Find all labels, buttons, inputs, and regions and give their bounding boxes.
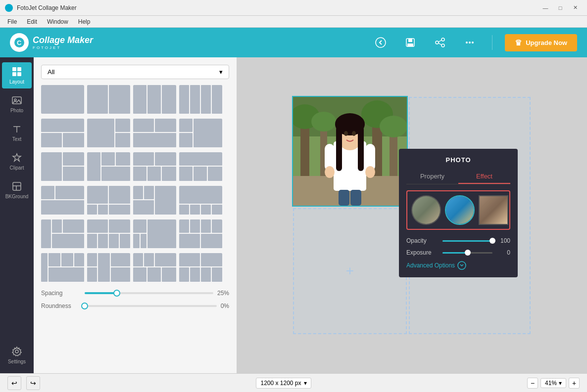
layout-item[interactable] [133, 119, 176, 149]
canvas-size-selector[interactable]: 1200 x 1200 px ▾ [256, 378, 311, 389]
sidebar-item-clipart[interactable]: Clipart [2, 148, 32, 174]
left-panel: All ▾ [34, 57, 237, 373]
svg-rect-55 [133, 152, 154, 166]
layout-filter-dropdown[interactable]: All ▾ [41, 65, 229, 79]
opacity-label: Opacity [406, 237, 439, 244]
logo: C Collage Maker FOTOJET [10, 33, 93, 52]
undo-button[interactable]: ↩ [7, 376, 21, 390]
layout-item[interactable] [179, 85, 222, 116]
svg-rect-78 [190, 205, 200, 215]
svg-rect-63 [208, 167, 222, 181]
layout-item[interactable] [133, 186, 176, 217]
svg-rect-95 [179, 219, 189, 233]
svg-rect-80 [212, 205, 222, 215]
svg-rect-46 [194, 119, 222, 147]
save-button[interactable] [400, 33, 420, 52]
layout-item[interactable] [133, 219, 176, 250]
advanced-options-icon [457, 261, 466, 270]
zoom-out-button[interactable]: − [527, 378, 538, 389]
exposure-slider[interactable] [442, 252, 492, 254]
svg-point-12 [469, 42, 471, 44]
close-button[interactable]: ✕ [568, 3, 582, 13]
zoom-in-button[interactable]: + [569, 378, 580, 389]
zoom-value-display[interactable]: 41% ▾ [540, 378, 566, 388]
sidebar-item-photo[interactable]: Photo [2, 91, 32, 117]
layout-item[interactable] [133, 152, 176, 183]
layout-item[interactable] [41, 152, 84, 183]
share-button[interactable] [430, 33, 450, 52]
svg-rect-87 [87, 234, 97, 248]
svg-rect-39 [87, 119, 114, 147]
titlebar: FotoJet Collage Maker — □ ✕ [0, 0, 587, 16]
zoom-control: − 41% ▾ + [527, 378, 580, 389]
svg-rect-105 [49, 267, 84, 282]
svg-rect-92 [147, 219, 176, 248]
more-button[interactable] [460, 33, 480, 52]
sidebar-label-text: Text [12, 136, 21, 142]
effect-thumb-2[interactable] [445, 195, 475, 225]
layout-item[interactable] [41, 85, 84, 116]
svg-rect-146 [339, 190, 349, 206]
layout-item[interactable] [133, 85, 176, 116]
layout-item[interactable] [87, 253, 130, 284]
svg-rect-40 [115, 119, 130, 132]
svg-rect-88 [98, 234, 108, 248]
roundness-value: 0% [221, 303, 229, 309]
svg-rect-45 [179, 119, 193, 132]
layout-item[interactable] [179, 152, 222, 183]
sidebar-item-bkground[interactable]: BKGround [2, 177, 32, 203]
tab-effect[interactable]: Effect [458, 170, 510, 184]
svg-rect-42 [133, 119, 154, 132]
svg-rect-50 [63, 167, 84, 181]
minimize-button[interactable]: — [538, 3, 552, 13]
layout-item[interactable] [41, 186, 84, 217]
layout-item[interactable] [41, 253, 84, 284]
svg-rect-72 [133, 186, 143, 199]
layout-item[interactable] [179, 119, 222, 149]
layout-item[interactable] [133, 253, 176, 284]
svg-rect-108 [111, 253, 130, 266]
menu-window[interactable]: Window [42, 17, 73, 26]
layout-item[interactable] [179, 186, 222, 217]
advanced-options-link[interactable]: Advanced Options [406, 261, 510, 270]
layout-item[interactable] [87, 186, 130, 217]
layout-item[interactable] [87, 119, 130, 149]
opacity-slider[interactable] [442, 240, 492, 242]
effect-thumb-3[interactable] [479, 195, 508, 225]
photo-cell-2[interactable]: + [293, 208, 407, 334]
maximize-button[interactable]: □ [553, 3, 567, 13]
back-button[interactable] [371, 33, 391, 52]
photo-cell-1[interactable] [293, 97, 407, 206]
layout-item[interactable] [179, 219, 222, 250]
svg-rect-29 [133, 85, 147, 114]
svg-rect-90 [120, 234, 130, 248]
sidebar-item-text[interactable]: Text [2, 120, 32, 146]
svg-rect-38 [63, 133, 84, 147]
svg-rect-103 [61, 253, 73, 266]
menu-edit[interactable]: Edit [22, 17, 42, 26]
svg-rect-15 [17, 67, 21, 71]
layout-item[interactable] [87, 219, 130, 250]
layout-item[interactable] [87, 85, 130, 116]
upgrade-button[interactable]: ♛ Upgrade Now [505, 34, 577, 51]
spacing-slider[interactable] [85, 292, 213, 294]
exposure-label: Exposure [406, 249, 439, 256]
menu-file[interactable]: File [2, 17, 22, 26]
layout-item[interactable] [179, 253, 222, 284]
roundness-slider[interactable] [85, 305, 217, 307]
layout-item[interactable] [87, 152, 130, 183]
layout-item[interactable] [41, 119, 84, 149]
tab-property[interactable]: Property [406, 170, 458, 184]
sidebar-item-settings[interactable]: Settings [2, 342, 32, 368]
svg-rect-56 [155, 152, 176, 166]
svg-rect-17 [17, 72, 21, 76]
layout-item[interactable] [41, 219, 84, 250]
svg-rect-98 [212, 219, 222, 233]
logo-icon: C [10, 33, 29, 52]
effect-thumb-1[interactable] [411, 195, 441, 225]
menu-help[interactable]: Help [73, 17, 96, 26]
svg-rect-52 [101, 152, 115, 166]
svg-point-140 [344, 131, 348, 136]
redo-button[interactable]: ↪ [26, 376, 40, 390]
sidebar-item-layout[interactable]: Layout [2, 62, 32, 88]
